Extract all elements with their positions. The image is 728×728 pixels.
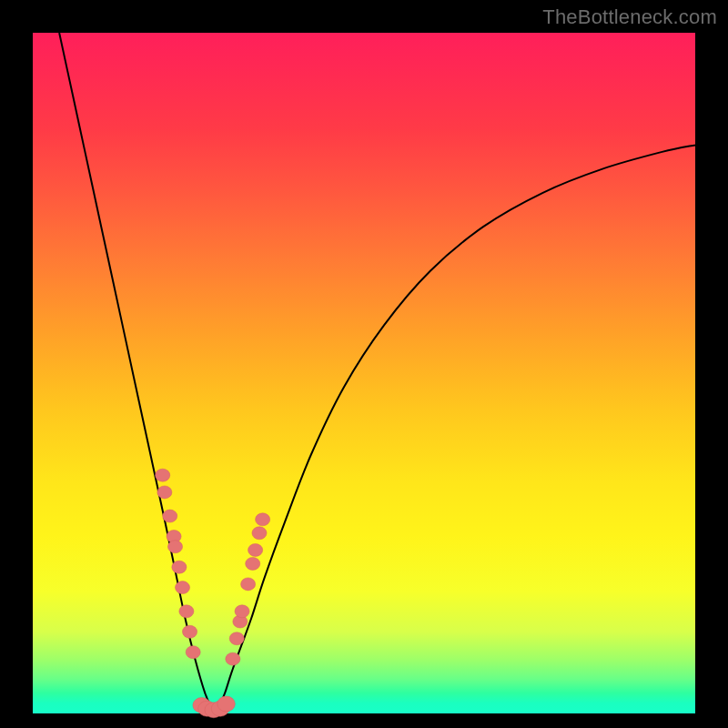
data-point: [167, 541, 182, 553]
data-point: [175, 581, 189, 594]
watermark-label: TheBottleneck.com: [542, 5, 717, 29]
data-point: [186, 646, 200, 659]
scatter-dots: [156, 469, 270, 718]
data-point: [157, 486, 172, 499]
data-point: [226, 652, 240, 665]
data-point: [256, 513, 270, 526]
data-point: [182, 625, 197, 638]
curve-overlay: [33, 33, 695, 713]
data-point: [163, 510, 177, 522]
data-point: [229, 632, 244, 645]
data-point: [235, 605, 249, 618]
plot-area: [33, 33, 695, 713]
data-point: [241, 578, 256, 591]
data-point: [156, 469, 170, 481]
data-point: [217, 696, 236, 712]
data-point: [252, 527, 267, 540]
chart-stage: TheBottleneck.com: [0, 0, 728, 728]
right-curve-line: [215, 145, 695, 713]
data-point: [246, 557, 260, 570]
data-point: [179, 605, 194, 618]
data-point: [248, 543, 263, 556]
data-point: [172, 561, 187, 573]
